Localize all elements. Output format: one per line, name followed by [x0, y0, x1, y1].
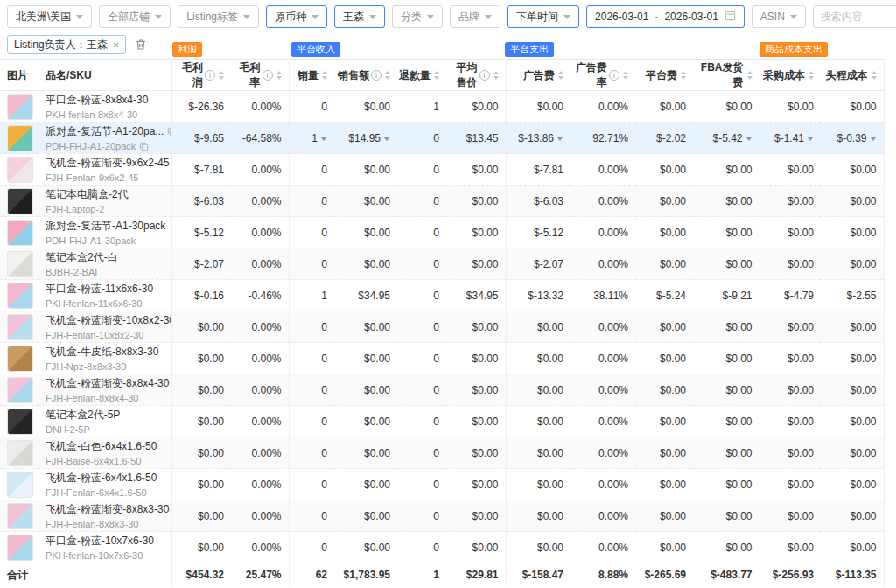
table-row[interactable]: 笔记本电脑盒-2代FJH-Laptop-2$-6.030.00%0$0.000$…	[0, 186, 884, 217]
info-icon[interactable]: i	[262, 70, 273, 80]
product-image[interactable]	[7, 188, 33, 214]
chevron-down-icon	[243, 15, 250, 19]
sort-icon[interactable]	[623, 71, 628, 80]
product-name[interactable]: 笔记本盒2代-白	[46, 250, 172, 265]
product-name[interactable]: 派对盒-复活节-A1-30pack	[46, 219, 172, 234]
filter-asin[interactable]: ASIN	[752, 5, 806, 28]
product-name[interactable]: 笔记本电脑盒-2代	[46, 187, 172, 202]
sort-icon[interactable]	[219, 71, 224, 80]
column-header-sales-qty[interactable]: 销量	[289, 60, 334, 91]
column-header-ad-rate[interactable]: 广告费率i	[570, 60, 635, 91]
filter-order-time[interactable]: 下单时间	[508, 5, 579, 28]
product-name[interactable]: 飞机盒-粉蓝渐变-8x8x3-30	[46, 502, 172, 517]
product-image[interactable]	[7, 251, 33, 277]
filter-shop[interactable]: 全部店铺	[99, 5, 171, 28]
product-name[interactable]: 派对盒-复活节-A1-20pa...	[46, 124, 172, 139]
expand-caret-icon[interactable]	[556, 136, 564, 141]
expand-caret-icon[interactable]	[807, 136, 814, 141]
product-image[interactable]	[7, 535, 33, 561]
table-row[interactable]: 派对盒-复活节-A1-30packPDH-FHJ-A1-30pack$-5.12…	[0, 217, 884, 248]
table-row[interactable]: 飞机盒-白色-6x4x1.6-50FJH-Baise-6x4x1.6-50$0.…	[0, 438, 884, 469]
table-row[interactable]: 飞机盒-粉蓝渐变-8x8x3-30FJH-Fenlan-8x8x3-30$0.0…	[0, 500, 884, 532]
cell-avg-price: $0.00	[446, 186, 506, 217]
product-image[interactable]	[7, 472, 33, 498]
cell-ad-fee: $-2.07	[506, 248, 570, 280]
product-image[interactable]	[7, 409, 33, 435]
product-name[interactable]: 飞机盒-粉蓝-6x4x1.6-50	[46, 471, 172, 486]
product-name[interactable]: 飞机盒-白色-6x4x1.6-50	[46, 439, 172, 454]
column-header-purchase-cost[interactable]: 采购成本	[760, 60, 821, 91]
info-icon[interactable]: i	[480, 70, 490, 80]
product-image[interactable]	[7, 503, 33, 529]
filter-person[interactable]: 王森	[334, 5, 385, 28]
info-icon[interactable]: i	[609, 70, 620, 80]
product-image[interactable]	[7, 346, 33, 372]
expand-caret-icon[interactable]	[870, 136, 877, 141]
table-row[interactable]: 平口盒-粉蓝-11x6x6-30PKH-fenlan-11x6x6-30$-0.…	[0, 280, 884, 312]
product-image[interactable]	[7, 283, 33, 309]
copy-icon[interactable]	[139, 142, 149, 151]
sort-icon[interactable]	[322, 71, 327, 80]
table-row[interactable]: 派对盒-复活节-A1-20pa...PDH-FHJ-A1-20pack$-9.6…	[0, 122, 884, 154]
product-name[interactable]: 飞机盒-粉蓝渐变-9x6x2-45	[46, 156, 172, 171]
product-image[interactable]	[7, 377, 33, 403]
product-image[interactable]	[7, 440, 33, 466]
product-name[interactable]: 飞机盒-粉蓝渐变-8x8x4-30	[46, 376, 172, 391]
chip-close-icon[interactable]: ×	[113, 39, 120, 51]
filter-brand[interactable]: 品牌	[450, 5, 500, 28]
product-image[interactable]	[7, 125, 33, 151]
product-name[interactable]: 飞机盒-牛皮纸-8x8x3-30	[46, 345, 172, 360]
filter-chip[interactable]: Listing负责人：王森 ×	[7, 35, 126, 54]
column-header-platform-fee[interactable]: 平台费	[635, 60, 693, 91]
info-icon[interactable]: i	[371, 70, 382, 80]
expand-caret-icon[interactable]	[383, 136, 390, 141]
product-image[interactable]	[7, 94, 33, 120]
filter-listing-tag[interactable]: Listing标签	[178, 5, 259, 28]
table-row[interactable]: 飞机盒-粉蓝渐变-8x8x4-30FJH-Fenlan-8x8x4-30$0.0…	[0, 374, 884, 406]
table-row[interactable]: 平口盒-粉蓝-8x8x4-30PKH-fenlan-8x8x4-30$-26.3…	[0, 91, 884, 122]
search-input[interactable]	[814, 10, 896, 23]
column-header-gross-margin[interactable]: 毛利率i	[231, 60, 289, 91]
table-row[interactable]: 笔记本盒2代-5PDNH-2-5P$0.000.00%0$0.000$0.00$…	[0, 406, 884, 438]
column-header-refund-qty[interactable]: 退款量	[397, 60, 446, 91]
column-header-avg-price[interactable]: 平均售价i	[446, 60, 506, 91]
table-row[interactable]: 飞机盒-粉蓝-6x4x1.6-50FJH-Fenlan-6x4x1.6-50$0…	[0, 469, 884, 500]
sort-icon[interactable]	[808, 71, 814, 80]
table-row[interactable]: 飞机盒-粉蓝渐变-10x8x2-30FJH-Fenlan-10x8x2-30$0…	[0, 312, 884, 343]
column-header-gross-profit[interactable]: 毛利润i	[172, 60, 231, 91]
column-header-first-leg-cost[interactable]: 头程成本	[821, 60, 884, 91]
sort-icon[interactable]	[681, 71, 686, 80]
filter-region[interactable]: 北美洲\美国	[7, 5, 92, 28]
filter-currency[interactable]: 原币种	[266, 5, 327, 28]
table-row[interactable]: 笔记本盒2代-白BJBH-2-BAI$-2.070.00%0$0.000$0.0…	[0, 248, 884, 280]
product-name[interactable]: 笔记本盒2代-5P	[46, 408, 172, 423]
sort-icon[interactable]	[276, 71, 282, 80]
sort-icon[interactable]	[872, 71, 877, 80]
product-image[interactable]	[7, 157, 33, 183]
product-name[interactable]: 飞机盒-粉蓝渐变-10x8x2-30	[46, 313, 172, 328]
expand-caret-icon[interactable]	[746, 136, 752, 141]
table-row[interactable]: 飞机盒-粉蓝渐变-9x6x2-45FJH-Fenlan-9x6x2-45$-7.…	[0, 154, 884, 186]
filter-category[interactable]: 分类	[392, 5, 443, 28]
sort-icon[interactable]	[494, 71, 499, 80]
date-range-picker[interactable]: 2026-03-01 - 2026-03-01	[586, 5, 745, 28]
sort-icon[interactable]	[385, 71, 390, 80]
expand-caret-icon[interactable]	[320, 136, 327, 141]
info-icon[interactable]: i	[205, 70, 215, 80]
sort-icon[interactable]	[558, 71, 564, 80]
table-row[interactable]: 平口盒-粉蓝-10x7x6-30PKH-fenlan-10x7x6-30$0.0…	[0, 532, 884, 564]
column-header-sales-amount[interactable]: 销售额i	[334, 60, 397, 91]
column-header-fba-fee[interactable]: FBA发货费	[693, 60, 760, 91]
product-image[interactable]	[7, 220, 33, 246]
product-name[interactable]: 平口盒-粉蓝-8x8x4-30	[46, 93, 172, 108]
product-image[interactable]	[7, 314, 33, 340]
product-name[interactable]: 平口盒-粉蓝-11x6x6-30	[46, 282, 172, 297]
product-name[interactable]: 平口盒-粉蓝-10x7x6-30	[46, 534, 172, 549]
table-row[interactable]: 飞机盒-牛皮纸-8x8x3-30FJH-Npz-8x8x3-30$0.000.0…	[0, 343, 884, 374]
sort-icon[interactable]	[747, 71, 752, 80]
trash-icon[interactable]	[135, 38, 147, 51]
column-header-ad-fee[interactable]: 广告费	[506, 60, 570, 91]
copy-icon[interactable]	[167, 127, 171, 136]
cell-first-leg-cost: $0.00	[821, 91, 884, 122]
sort-icon[interactable]	[434, 71, 439, 80]
